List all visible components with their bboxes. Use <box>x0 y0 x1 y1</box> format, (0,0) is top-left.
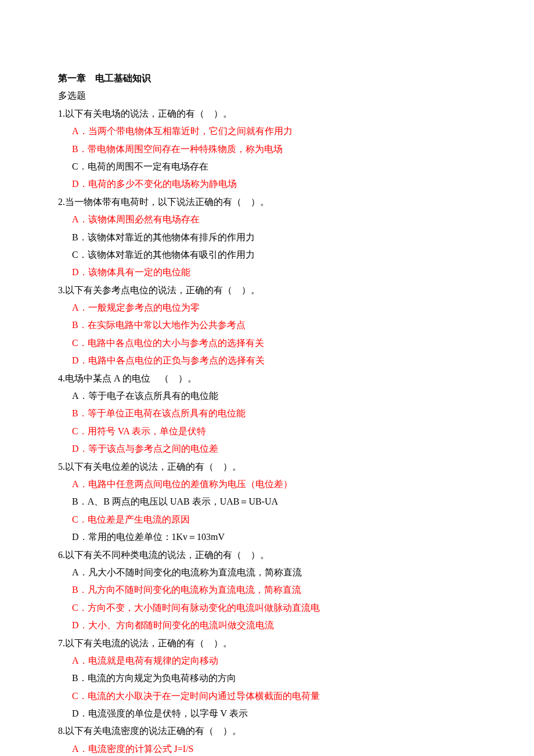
option: C．电荷的周围不一定有电场存在 <box>58 158 476 175</box>
question-block: 7.以下有关电流的说法，正确的有（ ）。A．电流就是电荷有规律的定向移动B．电流… <box>58 635 476 723</box>
option: C．电位差是产生电流的原因 <box>58 511 476 528</box>
option: A．电流密度的计算公式 J=I/S <box>58 740 476 756</box>
option: D．大小、方向都随时间变化的电流叫做交流电流 <box>58 617 476 634</box>
question-text: 8.以下有关电流密度的说法正确的有（ ）。 <box>58 722 476 740</box>
option: B．等于单位正电荷在该点所具有的电位能 <box>58 405 476 422</box>
option: B．电流的方向规定为负电荷移动的方向 <box>58 669 476 687</box>
option: C．该物体对靠近的其他物体有吸引的作用力 <box>58 246 476 264</box>
question-block: 3.以下有关参考点电位的说法，正确的有（ ）。A．一般规定参考点的电位为零B．在… <box>58 282 476 370</box>
option: B．凡方向不随时间变化的电流称为直流电流，简称直流 <box>58 581 476 599</box>
question-block: 2.当一物体带有电荷时，以下说法正确的有（ ）。A．该物体周围必然有电场存在B．… <box>58 193 476 282</box>
option: B．该物体对靠近的其他物体有排斥的作用力 <box>58 229 476 246</box>
question-text: 4.电场中某点 A 的电位 （ ）。 <box>58 370 476 387</box>
option: D．电荷的多少不变化的电场称为静电场 <box>58 175 476 193</box>
option: D．电路中各点电位的正负与参考点的选择有关 <box>58 352 476 369</box>
question-block: 8.以下有关电流密度的说法正确的有（ ）。A．电流密度的计算公式 J=I/SB．… <box>58 722 476 756</box>
option: A．凡大小不随时间变化的电流称为直流电流，简称直流 <box>58 564 476 581</box>
question-text: 6.以下有关不同种类电流的说法，正确的有（ ）。 <box>58 546 476 564</box>
option: C．用符号 VA 表示，单位是伏特 <box>58 423 476 440</box>
option: D．该物体具有一定的电位能 <box>58 264 476 281</box>
option: D．常用的电位差单位：1Kv＝103mV <box>58 528 476 546</box>
option: B．带电物体周围空间存在一种特殊物质，称为电场 <box>58 141 476 158</box>
question-text: 2.当一物体带有电荷时，以下说法正确的有（ ）。 <box>58 193 476 211</box>
option: A．该物体周围必然有电场存在 <box>58 211 476 228</box>
option: A．当两个带电物体互相靠近时，它们之间就有作用力 <box>58 123 476 140</box>
question-block: 4.电场中某点 A 的电位 （ ）。A．等于电子在该点所具有的电位能B．等于单位… <box>58 370 476 458</box>
question-text: 5.以下有关电位差的说法，正确的有（ ）。 <box>58 458 476 476</box>
option: B．在实际电路中常以大地作为公共参考点 <box>58 316 476 334</box>
section-label: 多选题 <box>58 87 476 105</box>
questions-list: 1.以下有关电场的说法，正确的有（ ）。A．当两个带电物体互相靠近时，它们之间就… <box>58 105 476 756</box>
option: C．电路中各点电位的大小与参考点的选择有关 <box>58 334 476 352</box>
option: D．等于该点与参考点之间的电位差 <box>58 440 476 458</box>
document-content: 第一章 电工基础知识 多选题 1.以下有关电场的说法，正确的有（ ）。A．当两个… <box>58 70 476 756</box>
option: A．等于电子在该点所具有的电位能 <box>58 387 476 405</box>
question-block: 1.以下有关电场的说法，正确的有（ ）。A．当两个带电物体互相靠近时，它们之间就… <box>58 105 476 193</box>
option: A．电流就是电荷有规律的定向移动 <box>58 652 476 669</box>
question-text: 3.以下有关参考点电位的说法，正确的有（ ）。 <box>58 282 476 299</box>
option: C．电流的大小取决于在一定时间内通过导体横截面的电荷量 <box>58 687 476 705</box>
option: B．A、B 两点的电压以 UAB 表示，UAB＝UB-UA <box>58 493 476 510</box>
question-text: 7.以下有关电流的说法，正确的有（ ）。 <box>58 635 476 652</box>
option: A．一般规定参考点的电位为零 <box>58 299 476 316</box>
question-block: 6.以下有关不同种类电流的说法，正确的有（ ）。A．凡大小不随时间变化的电流称为… <box>58 546 476 635</box>
option: C．方向不变，大小随时间有脉动变化的电流叫做脉动直流电 <box>58 599 476 617</box>
option: D．电流强度的单位是伏特，以字母 V 表示 <box>58 705 476 722</box>
question-text: 1.以下有关电场的说法，正确的有（ ）。 <box>58 105 476 123</box>
question-block: 5.以下有关电位差的说法，正确的有（ ）。A．电路中任意两点间电位的差值称为电压… <box>58 458 476 546</box>
chapter-title: 第一章 电工基础知识 <box>58 70 476 87</box>
option: A．电路中任意两点间电位的差值称为电压（电位差） <box>58 476 476 493</box>
